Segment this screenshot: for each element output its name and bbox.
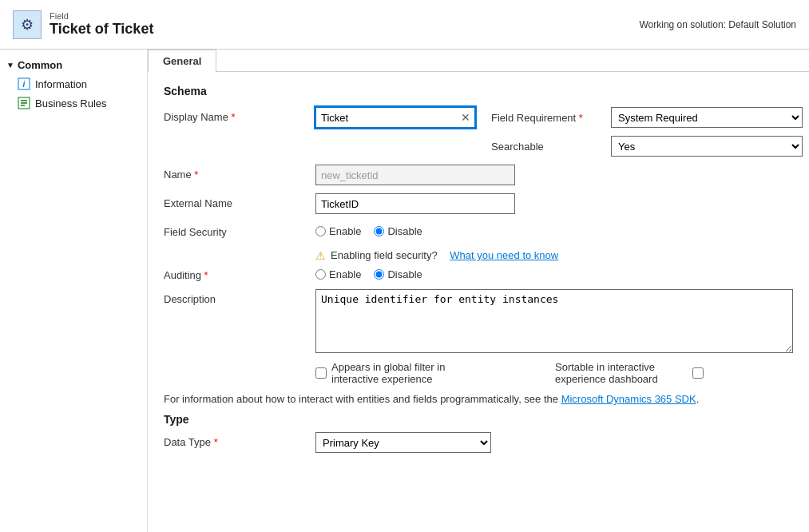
field-security-radio-group: Enable Disable: [315, 222, 422, 237]
field-security-label: Field Security: [164, 222, 315, 238]
sortable-checkbox-item: Sortable in interactive experience dashb…: [555, 361, 704, 385]
field-security-disable-option[interactable]: Disable: [374, 225, 422, 237]
warning-text: Enabling field security?: [331, 249, 438, 261]
sidebar-group-header[interactable]: ▼ Common: [0, 56, 147, 74]
sidebar: ▼ Common i Information Business Rules: [0, 50, 148, 532]
display-name-input[interactable]: [315, 107, 475, 128]
auditing-enable-radio[interactable]: [315, 269, 326, 280]
description-textarea[interactable]: Unique identifier for entity instances: [315, 289, 793, 353]
svg-text:i: i: [23, 80, 26, 89]
searchable-label: Searchable: [491, 141, 603, 153]
right-side-display: Field Requirement * System Required Busi…: [491, 107, 803, 157]
sidebar-item-information[interactable]: i Information: [0, 74, 147, 93]
display-name-required: *: [232, 111, 236, 123]
tab-general[interactable]: General: [148, 50, 216, 72]
auditing-enable-option[interactable]: Enable: [315, 268, 361, 280]
external-name-input[interactable]: [315, 193, 515, 214]
global-filter-checkbox-item: Appears in global filter in interactive …: [315, 361, 475, 385]
information-icon: i: [18, 77, 30, 90]
auditing-radio-group: Enable Disable: [315, 265, 422, 280]
field-security-warning: ⚠ Enabling field security? What you need…: [164, 246, 793, 265]
checkbox-group: Appears in global filter in interactive …: [315, 361, 793, 385]
display-name-row: Display Name * ✕ Field Requirement *: [164, 107, 793, 157]
header-title: Ticket of Ticket: [50, 21, 153, 38]
sortable-label: Sortable in interactive experience dashb…: [555, 361, 683, 385]
sidebar-item-business-rules-label: Business Rules: [35, 97, 107, 109]
data-type-select[interactable]: Primary Key Single Line of Text Whole Nu…: [315, 432, 491, 453]
auditing-label: Auditing *: [164, 265, 315, 281]
business-rules-icon: [18, 97, 30, 109]
data-type-label: Data Type *: [164, 432, 315, 448]
main-layout: ▼ Common i Information Business Rules Ge…: [0, 50, 809, 532]
field-requirement-label: Field Requirement *: [491, 112, 603, 124]
content-area: General Schema Display Name * ✕: [148, 50, 809, 532]
header-icon: ⚙: [13, 10, 42, 39]
sidebar-collapse-arrow: ▼: [6, 61, 14, 69]
field-security-enable-radio[interactable]: [315, 226, 326, 236]
name-input-wrapper: [315, 165, 523, 185]
header: ⚙ Field Ticket of Ticket Working on solu…: [0, 0, 809, 50]
external-name-row: External Name: [164, 193, 793, 214]
name-input[interactable]: [315, 165, 515, 185]
header-left: ⚙ Field Ticket of Ticket: [13, 10, 153, 39]
field-security-disable-label: Disable: [387, 225, 422, 237]
name-row: Name *: [164, 165, 793, 185]
auditing-disable-radio[interactable]: [374, 269, 384, 280]
header-subtitle: Field: [50, 11, 153, 21]
type-section-title: Type: [164, 413, 793, 426]
global-filter-checkbox[interactable]: [315, 367, 327, 379]
auditing-enable-label: Enable: [329, 268, 361, 280]
display-name-label: Display Name *: [164, 107, 315, 123]
field-security-enable-label: Enable: [329, 225, 361, 237]
field-security-disable-radio[interactable]: [374, 226, 384, 236]
display-name-input-wrapper: ✕: [315, 107, 475, 128]
app-container: ⚙ Field Ticket of Ticket Working on solu…: [0, 0, 809, 532]
sidebar-item-information-label: Information: [35, 78, 87, 90]
field-requirement-row: Field Requirement * System Required Busi…: [491, 107, 803, 128]
external-name-input-wrapper: [315, 193, 523, 214]
header-title-block: Field Ticket of Ticket: [50, 11, 153, 38]
sdk-link[interactable]: Microsoft Dynamics 365 SDK: [561, 393, 696, 405]
auditing-disable-label: Disable: [387, 268, 422, 280]
description-label: Description: [164, 289, 315, 305]
data-type-row: Data Type * Primary Key Single Line of T…: [164, 432, 793, 453]
sidebar-group-label: Common: [18, 59, 62, 71]
description-row: Description Unique identifier for entity…: [164, 289, 793, 353]
field-security-row: Field Security Enable Disable: [164, 222, 793, 238]
sidebar-item-business-rules[interactable]: Business Rules: [0, 93, 147, 113]
global-filter-label: Appears in global filter in interactive …: [331, 361, 475, 385]
external-name-label: External Name: [164, 193, 315, 209]
info-text: For information about how to interact wi…: [164, 393, 793, 405]
field-security-enable-option[interactable]: Enable: [315, 225, 361, 237]
sortable-checkbox[interactable]: [692, 367, 704, 379]
data-type-select-wrapper: Primary Key Single Line of Text Whole Nu…: [315, 432, 491, 453]
field-requirement-select[interactable]: System Required Business Required Option…: [611, 107, 803, 128]
searchable-row: Searchable Yes No: [491, 136, 803, 157]
schema-section-title: Schema: [164, 85, 793, 97]
warning-icon: ⚠: [315, 249, 326, 262]
header-working-on: Working on solution: Default Solution: [639, 19, 796, 30]
tabs: General: [148, 50, 809, 72]
display-name-clear-button[interactable]: ✕: [458, 112, 474, 123]
auditing-row: Auditing * Enable Disable: [164, 265, 793, 281]
info-text-prefix: For information about how to interact wi…: [164, 393, 558, 405]
searchable-select[interactable]: Yes No: [611, 136, 803, 157]
auditing-disable-option[interactable]: Disable: [374, 268, 422, 280]
name-label: Name *: [164, 165, 315, 181]
warning-link[interactable]: What you need to know: [450, 249, 558, 261]
form-content: Schema Display Name * ✕ Field Re: [148, 72, 809, 474]
checkboxes-row: Appears in global filter in interactive …: [164, 361, 793, 385]
